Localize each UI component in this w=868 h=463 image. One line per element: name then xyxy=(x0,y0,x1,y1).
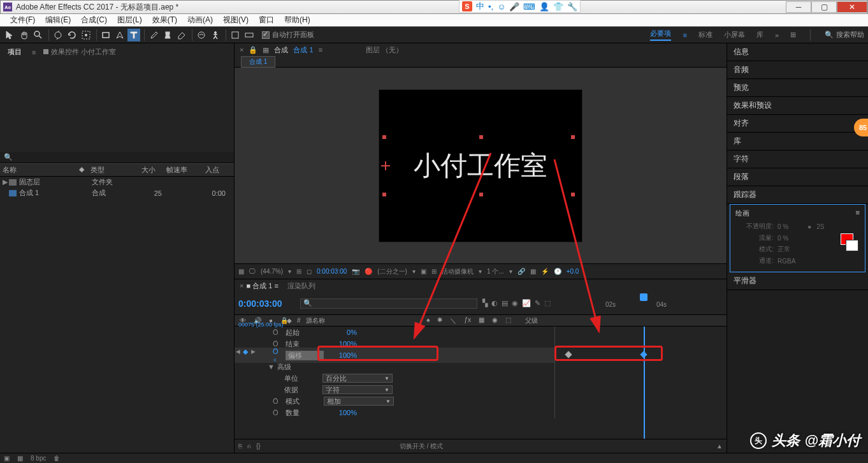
paint-channel[interactable]: RGBA xyxy=(778,258,795,265)
time-ruler[interactable]: 02s 04s xyxy=(554,292,727,314)
col-type[interactable]: 类型 xyxy=(88,164,133,176)
workspace-more[interactable]: » xyxy=(775,31,779,39)
grid-icon[interactable]: ⊞ xyxy=(431,268,437,275)
paint-title[interactable]: 绘画 xyxy=(735,209,749,218)
panel-preview[interactable]: 预览 xyxy=(727,79,868,97)
col-size[interactable]: 大小 xyxy=(133,164,158,176)
bg-color-swatch[interactable] xyxy=(846,240,858,251)
views-dropdown[interactable]: 1 个... xyxy=(487,267,504,276)
paint-flow[interactable]: 0 % xyxy=(778,235,788,242)
text-tool-icon[interactable] xyxy=(127,29,140,41)
eraser-tool-icon[interactable] xyxy=(175,29,188,41)
ime-keyboard-icon[interactable]: ⌨ xyxy=(523,2,535,11)
playhead[interactable] xyxy=(640,293,647,314)
brush-tool-icon[interactable] xyxy=(147,29,160,41)
col-parent[interactable]: 父级 xyxy=(516,316,554,325)
panel-character[interactable]: 字符 xyxy=(727,151,868,168)
workspace-standard[interactable]: 标准 xyxy=(698,30,712,40)
text-layer[interactable]: 小付工作室 xyxy=(414,148,547,184)
graph-icon[interactable]: 📈 xyxy=(522,299,531,307)
viewer[interactable]: 小付工作室 xyxy=(235,68,727,263)
col-fps[interactable]: 帧速率 xyxy=(158,164,190,176)
camera-dropdown[interactable]: 活动摄像机 xyxy=(442,267,474,276)
toggle-icon[interactable]: {} xyxy=(256,443,261,450)
ime-toolbar[interactable]: S 中 •, ☺ 🎤 ⌨ 👤 👕 🔧 xyxy=(459,0,581,13)
roto-tool-icon[interactable] xyxy=(195,29,208,41)
val-offset[interactable]: 100% xyxy=(324,351,362,359)
dropdown-mode[interactable]: 相加▼ xyxy=(324,397,394,406)
composition-canvas[interactable]: 小付工作室 xyxy=(379,89,582,242)
minimize-button[interactable]: ─ xyxy=(786,1,811,13)
panel-info[interactable]: 信息 xyxy=(727,43,868,61)
timecode[interactable]: 0:00:03:00 xyxy=(238,298,282,309)
ime-punct-icon[interactable]: •, xyxy=(488,2,493,11)
menu-layer[interactable]: 图层(L) xyxy=(112,15,147,26)
frame-blend-icon[interactable]: ▤ xyxy=(502,299,508,307)
stopwatch-icon[interactable]: Ö xyxy=(273,340,282,348)
snapshot-icon[interactable]: 📷 xyxy=(352,268,359,275)
paint-mode[interactable]: 正常 xyxy=(778,245,790,254)
pixel-icon[interactable]: ▦ xyxy=(530,268,536,275)
menu-edit[interactable]: 编辑(E) xyxy=(40,15,76,26)
col-in[interactable]: 入点 xyxy=(190,164,222,176)
roi-icon[interactable]: ▣ xyxy=(421,268,426,275)
channel-icon[interactable]: 🔴 xyxy=(365,268,372,275)
comp-subtab[interactable]: 合成 1 xyxy=(241,56,275,68)
motion-blur-icon[interactable]: ◉ xyxy=(512,299,518,307)
help-search[interactable]: 🔍 搜索帮助 xyxy=(825,30,864,40)
auto-open-checkbox[interactable] xyxy=(262,31,270,39)
draft-icon[interactable]: ✎ xyxy=(535,299,540,307)
stopwatch-icon[interactable]: Ö xyxy=(273,409,282,416)
rect-tool-icon[interactable] xyxy=(99,29,112,41)
zoom-level[interactable]: (44.7%) xyxy=(261,268,283,275)
project-row[interactable]: ▶ 合成 1 合成 25 0:00 xyxy=(0,187,234,198)
panel-tracker[interactable]: 跟踪器 xyxy=(727,186,868,204)
col-tag-icon[interactable]: ◆ xyxy=(76,164,88,176)
selection-tool-icon[interactable] xyxy=(4,29,17,41)
layer-dropdown[interactable]: 图层 （无） xyxy=(366,45,403,55)
menu-effect[interactable]: 效果(T) xyxy=(147,15,182,26)
workspace-essentials[interactable]: 必要项 xyxy=(650,29,671,41)
timeline-search[interactable]: 🔍 xyxy=(300,298,478,309)
toggle-switches-button[interactable]: 切换开关 / 模式 xyxy=(400,442,443,451)
share-icon[interactable]: 🔗 xyxy=(517,268,525,275)
project-row[interactable]: ▶ 固态层 文件夹 xyxy=(0,177,234,187)
panel-audio[interactable]: 音频 xyxy=(727,61,868,79)
close-button[interactable]: ✕ xyxy=(837,1,867,13)
menu-file[interactable]: 文件(F) xyxy=(5,15,40,26)
comp-name[interactable]: 合成 1 xyxy=(293,45,313,55)
anchor-point-icon[interactable] xyxy=(381,161,390,170)
menu-view[interactable]: 视图(V) xyxy=(218,15,254,26)
menu-window[interactable]: 窗口 xyxy=(254,15,279,26)
lock-icon[interactable]: 🔒 xyxy=(249,46,257,54)
stopwatch-icon[interactable]: Ö xyxy=(273,328,282,336)
hand-tool-icon[interactable] xyxy=(18,29,31,41)
panel-align[interactable]: 对齐 xyxy=(727,115,868,133)
stopwatch-icon[interactable]: Ö xyxy=(273,397,282,405)
col-name[interactable]: 名称 xyxy=(0,164,76,176)
timeline-icon[interactable]: 🕐 xyxy=(554,268,561,275)
render-queue-tab[interactable]: 渲染队列 xyxy=(287,281,315,291)
paint-opacity[interactable]: 0 % xyxy=(778,223,788,230)
search-icon[interactable]: 🔍 xyxy=(4,153,13,161)
comp-tree-icon[interactable]: ▚ xyxy=(482,299,488,307)
panel-paragraph[interactable]: 段落 xyxy=(727,168,868,186)
3d-icon[interactable]: ⬚ xyxy=(544,299,551,307)
timeline-tab[interactable]: ×■ 合成 1 ≡ xyxy=(240,281,278,291)
panel-close-icon[interactable]: × xyxy=(240,46,243,54)
view-icon[interactable]: ▦ xyxy=(238,268,244,275)
clone-tool-icon[interactable] xyxy=(161,29,174,41)
local-axis-icon[interactable] xyxy=(229,29,242,41)
snap-icon[interactable] xyxy=(243,29,256,41)
workspace-library[interactable]: 库 xyxy=(756,30,763,40)
ime-skin-icon[interactable]: 👕 xyxy=(553,2,563,11)
workspace-small[interactable]: 小屏幕 xyxy=(724,30,745,40)
keyframe-nav[interactable]: ◄◆► xyxy=(235,348,256,356)
bpc-button[interactable]: 8 bpc xyxy=(31,455,46,462)
panel-smoother[interactable]: 平滑器 xyxy=(727,272,868,290)
tab-effect-controls[interactable]: 效果控件 小付工作室 xyxy=(43,47,116,57)
panel-menu-icon[interactable]: ≡ xyxy=(856,209,860,218)
val-start[interactable]: 0% xyxy=(324,328,362,336)
panel-library[interactable]: 库 xyxy=(727,133,868,151)
zoom-tool-icon[interactable] xyxy=(32,29,45,41)
